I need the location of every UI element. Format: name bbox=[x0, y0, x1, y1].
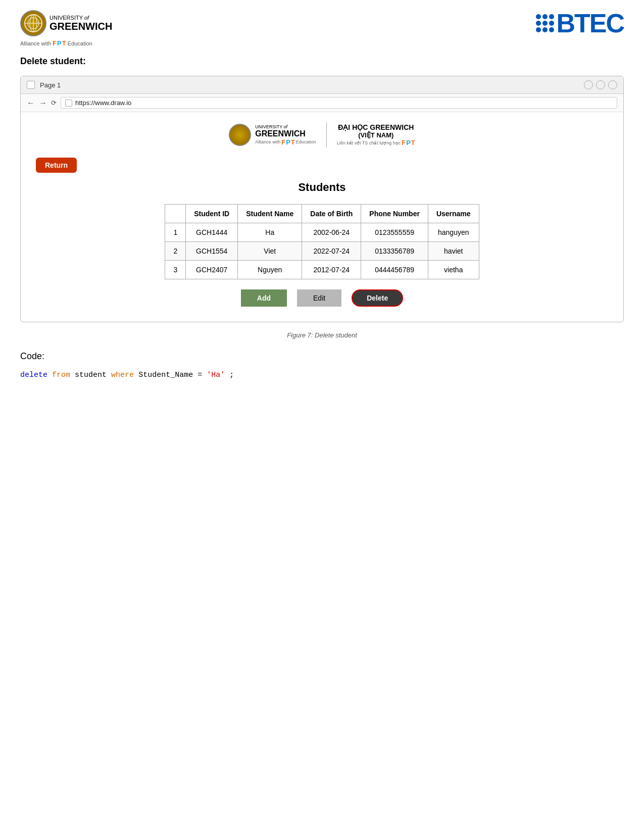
col-dob: Date of Birth bbox=[302, 205, 361, 223]
tab-label: Page 1 bbox=[40, 81, 579, 89]
browser-mockup: Page 1 ← → ⟳ https://www.draw.io UNIVERS… bbox=[20, 76, 624, 322]
cell-num: 2 bbox=[165, 242, 186, 261]
inner-right-text: ĐẠI HỌC GREENWICH (VIỆT NAM) Liên kết vớ… bbox=[337, 123, 415, 146]
inner-header: UNIVERSITY of GREENWICH Alliance with FP… bbox=[36, 122, 608, 148]
wc-btn-1[interactable] bbox=[584, 80, 593, 89]
inner-logo-circle bbox=[229, 124, 251, 146]
header-left: UNIVERSITY of GREENWICH Alliance with FP… bbox=[20, 10, 112, 47]
university-logo-circle bbox=[20, 10, 46, 36]
wc-btn-3[interactable] bbox=[608, 80, 617, 89]
kw-where: where bbox=[111, 371, 134, 379]
cell-name: Nguyen bbox=[238, 261, 302, 279]
kw-delete: delete bbox=[20, 371, 47, 379]
col-student-name: Student Name bbox=[238, 205, 302, 223]
table-row: 3 GCH2407 Nguyen 2012-07-24 0444456789 v… bbox=[165, 261, 479, 279]
forward-button[interactable]: → bbox=[39, 99, 47, 108]
cell-dob: 2022-07-24 bbox=[302, 242, 361, 261]
btec-dot bbox=[536, 27, 541, 32]
students-table-wrap: Student ID Student Name Date of Birth Ph… bbox=[36, 204, 608, 279]
col-num bbox=[165, 205, 186, 223]
figure-caption: Figure 7: Delete student bbox=[20, 331, 624, 339]
students-heading: Students bbox=[36, 181, 608, 194]
return-button[interactable]: Return bbox=[36, 158, 77, 173]
cell-num: 1 bbox=[165, 223, 186, 242]
viet-nam-label: (VIỆT NAM) bbox=[358, 131, 393, 139]
page-header: UNIVERSITY of GREENWICH Alliance with FP… bbox=[20, 10, 624, 47]
browser-titlebar: Page 1 bbox=[21, 76, 623, 94]
btec-text: BTEC bbox=[556, 10, 624, 36]
kw-table: student bbox=[75, 371, 107, 379]
fpt-badge: FPT bbox=[53, 39, 66, 47]
university-text: UNIVERSITY of GREENWICH bbox=[49, 15, 112, 32]
btec-dot bbox=[536, 14, 541, 19]
inner-fpt-badge2: FPT bbox=[402, 139, 415, 146]
cell-phone: 0444456789 bbox=[361, 261, 428, 279]
btec-dot bbox=[549, 14, 554, 19]
btec-dot bbox=[549, 27, 554, 32]
code-block: delete from student where Student_Name =… bbox=[20, 367, 624, 384]
greenwich-label: GREENWICH bbox=[49, 21, 112, 32]
col-phone: Phone Number bbox=[361, 205, 428, 223]
kw-semi: ; bbox=[229, 371, 234, 379]
add-button[interactable]: Add bbox=[241, 289, 287, 307]
university-of-label: UNIVERSITY of bbox=[49, 15, 112, 21]
cell-id: GCH1554 bbox=[186, 242, 238, 261]
header-divider bbox=[326, 122, 327, 148]
students-table-body: 1 GCH1444 Ha 2002-06-24 0123555559 hangu… bbox=[165, 223, 479, 279]
tab-page-icon bbox=[27, 81, 35, 89]
cell-name: Viet bbox=[238, 242, 302, 261]
address-box[interactable]: https://www.draw.io bbox=[61, 97, 617, 109]
table-row: 1 GCH1444 Ha 2002-06-24 0123555559 hangu… bbox=[165, 223, 479, 242]
cell-name: Ha bbox=[238, 223, 302, 242]
inner-greenwich: GREENWICH bbox=[255, 129, 306, 138]
btec-logo: BTEC bbox=[536, 10, 624, 36]
browser-content: UNIVERSITY of GREENWICH Alliance with FP… bbox=[21, 112, 623, 322]
inner-logo-section: UNIVERSITY of GREENWICH Alliance with FP… bbox=[229, 122, 415, 148]
col-username: Username bbox=[428, 205, 479, 223]
university-logo: UNIVERSITY of GREENWICH bbox=[20, 10, 112, 36]
delete-button[interactable]: Delete bbox=[352, 289, 403, 307]
window-controls[interactable] bbox=[584, 80, 617, 89]
btec-dot bbox=[542, 21, 548, 26]
inner-uni-text: UNIVERSITY of GREENWICH Alliance with FP… bbox=[255, 124, 316, 146]
cell-id: GCH1444 bbox=[186, 223, 238, 242]
students-table: Student ID Student Name Date of Birth Ph… bbox=[165, 204, 479, 279]
wc-btn-2[interactable] bbox=[596, 80, 605, 89]
code-label: Code: bbox=[20, 351, 624, 362]
lien-ket-label: Liên kết với TS chất lượng học FPT bbox=[337, 139, 415, 146]
address-url: https://www.draw.io bbox=[75, 99, 131, 107]
inner-fpt-badge: FPT bbox=[281, 138, 295, 146]
edit-button[interactable]: Edit bbox=[297, 289, 341, 307]
btec-dot bbox=[536, 21, 541, 26]
table-row: 2 GCH1554 Viet 2022-07-24 0133356789 hav… bbox=[165, 242, 479, 261]
alliance-prefix: Alliance with bbox=[20, 40, 51, 46]
btec-dot bbox=[549, 21, 554, 26]
inner-uni-of: UNIVERSITY of bbox=[255, 124, 287, 129]
reload-button[interactable]: ⟳ bbox=[51, 99, 57, 107]
btec-dots bbox=[536, 14, 554, 32]
col-student-id: Student ID bbox=[186, 205, 238, 223]
table-header-row: Student ID Student Name Date of Birth Ph… bbox=[165, 205, 479, 223]
dai-hoc-label: ĐẠI HỌC GREENWICH bbox=[338, 123, 414, 131]
inner-uni-block: UNIVERSITY of GREENWICH Alliance with FP… bbox=[229, 124, 316, 146]
back-button[interactable]: ← bbox=[27, 99, 35, 108]
cell-phone: 0123555559 bbox=[361, 223, 428, 242]
btec-dot bbox=[542, 27, 548, 32]
alliance-suffix: Education bbox=[68, 40, 92, 46]
cell-dob: 2002-06-24 bbox=[302, 223, 361, 242]
cell-username: vietha bbox=[428, 261, 479, 279]
cell-dob: 2012-07-24 bbox=[302, 261, 361, 279]
kw-from: from bbox=[52, 371, 70, 379]
inner-alliance: Alliance with FPT Education bbox=[255, 138, 316, 146]
kw-eq: = bbox=[197, 371, 202, 379]
kw-field: Student_Name bbox=[138, 371, 193, 379]
alliance-text: Alliance with FPT Education bbox=[20, 39, 92, 47]
address-page-icon bbox=[65, 100, 72, 107]
kw-value: 'Ha' bbox=[207, 371, 225, 379]
cell-num: 3 bbox=[165, 261, 186, 279]
browser-addressbar: ← → ⟳ https://www.draw.io bbox=[21, 94, 623, 112]
cell-id: GCH2407 bbox=[186, 261, 238, 279]
cell-phone: 0133356789 bbox=[361, 242, 428, 261]
cell-username: hanguyen bbox=[428, 223, 479, 242]
page-title: Delete student: bbox=[20, 56, 624, 67]
